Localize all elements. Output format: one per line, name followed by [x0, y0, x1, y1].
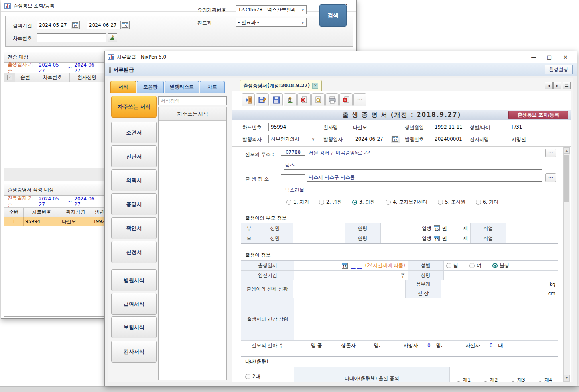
sidebar-item-exam-forms[interactable]: 검사서식 [111, 341, 157, 363]
exit-button[interactable] [242, 93, 255, 106]
settings-button[interactable]: 환경설정 [545, 65, 573, 74]
maximize-icon[interactable]: □ [542, 52, 557, 62]
scrollbar-thumb[interactable] [564, 155, 569, 202]
tab-issue-list[interactable]: 발행리스트 [165, 81, 199, 93]
certlist-row[interactable]: 1 95994 나산모 1992-11-11 [4, 217, 104, 226]
sidebar-item-application[interactable]: 신청서 [111, 241, 157, 263]
mother-address2-field[interactable]: 닉스 [284, 162, 542, 170]
doc-next-icon[interactable]: ▶ [553, 82, 561, 89]
col-seq[interactable]: 순번 [4, 208, 24, 217]
preview-button[interactable] [311, 93, 325, 106]
address-search-button[interactable]: ⋯ [545, 173, 556, 182]
dead-count-field[interactable]: 0 [422, 343, 432, 349]
calendar-icon[interactable]: 15 [434, 236, 440, 241]
body-condition-input[interactable] [293, 280, 406, 298]
minimize-icon[interactable]: — [526, 52, 542, 62]
tab-forms[interactable]: 서식 [110, 81, 136, 93]
sidebar-item-opinion[interactable]: 소견서 [111, 122, 157, 143]
sidebar-item-diagnosis[interactable]: 진단서 [111, 145, 157, 167]
col-birth[interactable]: 생년월일 [91, 208, 104, 217]
doc-tab-birth-certificate[interactable]: 출생증명서(개정:2018.9.27) ✕ [240, 80, 322, 91]
tab-chart[interactable]: 차트 [200, 81, 225, 93]
select-all-checkbox[interactable]: ✓ [4, 73, 15, 82]
col-chart[interactable]: 차트번호 [24, 208, 60, 217]
radio-place-hospital[interactable]: 2. 병원 [319, 199, 342, 206]
radio-twins[interactable]: 2태 [245, 373, 260, 380]
col-name[interactable]: 환자성명 [60, 208, 91, 217]
dept-select[interactable]: - 진료과 - ∨ [236, 18, 307, 27]
sidebar-item-hospital-forms[interactable]: 병원서식 [111, 269, 157, 291]
birthplace2-field[interactable]: 닉스건물 [284, 187, 542, 194]
col-name[interactable]: 환자성명 [70, 73, 104, 82]
mother-zip-field[interactable]: 07788 [281, 149, 305, 156]
radio-sex-female[interactable]: 여 [469, 262, 481, 269]
father-name-input[interactable] [293, 223, 345, 233]
chart-input[interactable] [37, 33, 106, 42]
radio-place-self[interactable]: 1. 자가 [286, 199, 309, 206]
date-from-field[interactable]: 2024-05-27 15 [37, 21, 80, 29]
window2-titlebar[interactable]: 서류발급 - NixPen 5.0 — □ ✕ [105, 51, 577, 63]
sidebar-item-referral[interactable]: 의뢰서 [111, 169, 157, 191]
radio-place-clinic[interactable]: 3. 의원 [352, 199, 375, 206]
form-scrollbar[interactable]: ▲ ▼ [563, 147, 570, 382]
issuedate-field[interactable]: 2024-06-27 15 [353, 135, 400, 143]
health-condition-input[interactable] [294, 298, 558, 340]
patient-picker-button[interactable] [108, 33, 117, 42]
calendar-icon[interactable]: 15 [342, 263, 348, 269]
radio-sex-male[interactable]: 남 [446, 262, 458, 269]
save-as-button[interactable] [256, 93, 269, 106]
close-icon[interactable]: ✕ [312, 83, 318, 89]
alive-count-field[interactable] [360, 345, 370, 346]
radio-sex-unknown[interactable]: 불상 [492, 262, 509, 269]
doc-prev-icon[interactable]: ◀ [545, 82, 553, 89]
sidebar-item-certificate[interactable]: 증명서 [111, 193, 157, 215]
tab-collection[interactable]: 모음장 [137, 81, 164, 93]
scroll-down-icon[interactable]: ▼ [564, 375, 570, 381]
scroll-up-icon[interactable]: ▲ [564, 147, 570, 154]
doc-list-menu-icon[interactable]: ≡ [563, 82, 571, 89]
col-seq[interactable]: 순번 [15, 73, 35, 82]
print-button[interactable] [325, 93, 339, 106]
calendar-icon[interactable]: 15 [71, 21, 79, 29]
pdf-button[interactable]: A [339, 93, 353, 106]
mother-job-input[interactable] [506, 233, 558, 243]
height-input[interactable]: cm [441, 289, 558, 298]
mother-address1-field[interactable]: 서울 강서구 마곡중앙5로 22 [307, 149, 542, 157]
radio-place-other[interactable]: 6. 기타 [476, 199, 498, 206]
col-chart[interactable]: 차트번호 [35, 73, 70, 82]
form-list-header[interactable]: 자주쓰는서식 [159, 107, 226, 121]
pregnancy-input[interactable]: 주 [294, 271, 408, 280]
calendar-icon[interactable]: 15 [391, 135, 400, 143]
address-search-button[interactable]: ⋯ [545, 149, 556, 157]
birth-notify-button[interactable]: 출생통보 조회/등록 [508, 111, 568, 119]
father-birth-cell[interactable]: 일생 15 만 세 [381, 223, 471, 233]
sidebar-item-confirmation[interactable]: 확인서 [111, 217, 157, 239]
form-search-input[interactable] [158, 96, 227, 105]
sidebar-item-insurance-forms[interactable]: 보험서식 [111, 316, 157, 338]
sidebar-item-favorites[interactable]: 자주쓰는 서식 [111, 96, 157, 118]
radio-order-3[interactable]: 제3아 [511, 377, 528, 382]
birthplace-zip-field[interactable] [281, 174, 305, 175]
radio-order-4[interactable]: 제4아 [538, 377, 555, 382]
sidebar-item-benefit-forms[interactable]: 급여서식 [111, 293, 157, 315]
close-icon[interactable]: ✕ [557, 52, 573, 62]
date-to-field[interactable]: 2024-06-27 15 [87, 21, 130, 29]
calendar-icon[interactable]: 15 [120, 21, 129, 29]
mother-birth-cell[interactable]: 일생 15 만 세 [381, 233, 471, 243]
father-job-input[interactable] [506, 223, 558, 233]
birthplace1-field[interactable]: 닉스시 닉스구 닉스동 [307, 174, 542, 182]
radio-order-1[interactable]: 제1아 [456, 377, 474, 382]
doctor-select[interactable]: 산부인과의사 ∨ [268, 135, 317, 143]
save-button[interactable] [270, 93, 283, 106]
delete-button[interactable] [297, 93, 311, 106]
chart-input[interactable]: 95994 [268, 123, 317, 131]
mother-name-input[interactable] [293, 233, 345, 243]
radio-place-midwifery[interactable]: 5. 조산원 [438, 199, 465, 206]
radio-order-2[interactable]: 제2아 [483, 377, 501, 382]
birth-time-field[interactable]: __:__ [351, 263, 362, 269]
total-count-field[interactable] [297, 345, 307, 346]
weight-input[interactable]: kg [441, 280, 558, 289]
baby-name-input[interactable] [444, 271, 558, 280]
more-button[interactable]: ··· [353, 93, 366, 106]
org-select[interactable]: 12345678 - 넉스산부인과 ∨ [236, 5, 307, 14]
